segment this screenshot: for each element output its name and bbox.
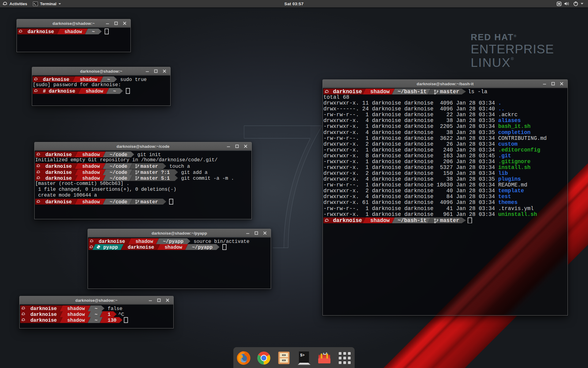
svg-text:~/code: ~/code <box>110 199 127 204</box>
svg-text:~/code: ~/code <box>110 170 127 175</box>
svg-text:~/pyapp: ~/pyapp <box>192 245 213 250</box>
svg-text:false: false <box>108 306 123 311</box>
svg-text:shadow: shadow <box>82 170 100 175</box>
svg-text:darknoise: darknoise <box>30 312 57 317</box>
svg-text:shadow: shadow <box>86 89 104 94</box>
svg-text:~/pyapp: ~/pyapp <box>163 239 183 244</box>
svg-text:master: master <box>141 164 158 169</box>
svg-text:shadow: shadow <box>64 29 82 34</box>
svg-text:~/bash-it: ~/bash-it <box>398 217 427 223</box>
svg-text:shadow: shadow <box>82 164 100 169</box>
svg-text:git commit -a -m .: git commit -a -m . <box>181 176 234 181</box>
svg-text:darknoise: darknoise <box>30 318 57 323</box>
svg-text:shadow: shadow <box>164 245 182 250</box>
svg-text:~: ~ <box>95 318 98 323</box>
svg-text:git add a: git add a <box>181 170 208 175</box>
svg-text:~: ~ <box>92 29 95 34</box>
svg-text:master S:1: master S:1 <box>141 176 170 181</box>
svg-text:darknoise: darknoise <box>45 152 72 157</box>
svg-text:darknoise: darknoise <box>45 170 72 175</box>
svg-text:ls -la: ls -la <box>468 89 487 94</box>
svg-text:~: ~ <box>113 89 116 94</box>
svg-text:darknoise: darknoise <box>45 199 72 204</box>
svg-text:source bin/activate: source bin/activate <box>194 239 249 244</box>
svg-text:^C: ^C <box>118 312 124 317</box>
svg-text:master ?:1: master ?:1 <box>141 170 170 175</box>
svg-text:~/code: ~/code <box>110 176 127 181</box>
svg-text:darknoise: darknoise <box>45 176 72 181</box>
svg-text:master: master <box>440 89 459 94</box>
svg-text:darknoise: darknoise <box>28 29 54 34</box>
svg-text:1: 1 <box>108 312 111 317</box>
svg-text:shadow: shadow <box>67 306 85 311</box>
svg-text:~/bash-it: ~/bash-it <box>398 89 427 94</box>
svg-text:shadow: shadow <box>135 239 153 244</box>
svg-text:~/code: ~/code <box>110 164 127 169</box>
svg-text:darknoise: darknoise <box>30 306 57 311</box>
svg-text:~: ~ <box>107 77 110 82</box>
svg-text:130: 130 <box>108 318 117 323</box>
svg-text:darknoise: darknoise <box>43 77 69 82</box>
svg-text:shadow: shadow <box>82 199 100 204</box>
svg-text:sudo true: sudo true <box>120 77 147 82</box>
svg-text:$>: $> <box>300 353 304 358</box>
svg-text:shadow: shadow <box>370 217 390 223</box>
svg-text:darknoise: darknoise <box>45 164 72 169</box>
svg-text:shadow: shadow <box>67 318 85 323</box>
svg-text:master: master <box>440 217 459 223</box>
svg-text:master: master <box>141 199 158 204</box>
svg-text:shadow: shadow <box>82 152 100 157</box>
svg-text:darknoise: darknoise <box>128 245 154 250</box>
svg-text:git init: git init <box>138 152 161 157</box>
svg-text:~: ~ <box>95 312 98 317</box>
svg-text:shadow: shadow <box>370 89 390 94</box>
svg-text:# darknoise: # darknoise <box>43 89 75 94</box>
svg-text:shadow: shadow <box>82 176 100 181</box>
svg-text:darknoise: darknoise <box>99 239 125 244</box>
svg-text:touch a: touch a <box>169 164 190 169</box>
svg-text:shadow: shadow <box>80 77 97 82</box>
svg-text:~: ~ <box>95 306 98 311</box>
svg-text:shadow: shadow <box>67 312 85 317</box>
svg-text:darknoise: darknoise <box>333 217 362 223</box>
svg-text:pyapp: pyapp <box>103 245 118 250</box>
svg-text:darknoise: darknoise <box>333 89 362 94</box>
svg-text:~/code: ~/code <box>110 152 127 157</box>
